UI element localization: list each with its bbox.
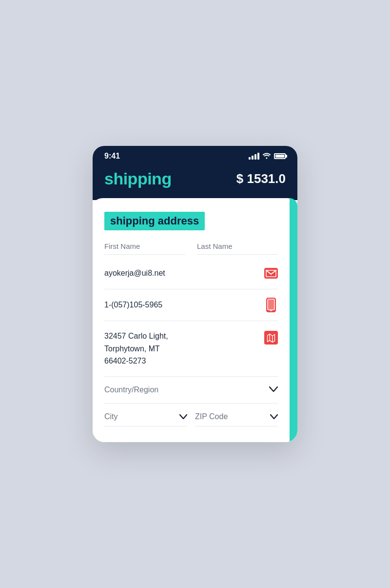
country-dropdown[interactable]: Country/Region — [104, 377, 278, 404]
country-label: Country/Region — [104, 385, 158, 394]
last-name-field[interactable]: Last Name — [197, 242, 278, 255]
svg-rect-4 — [270, 310, 272, 311]
email-icon — [264, 266, 278, 280]
price-display: $ 1531.0 — [236, 171, 286, 186]
main-card: shipping address First Name Last Name ay… — [93, 198, 297, 442]
phone-value: 1-(057)105-5965 — [104, 301, 264, 309]
status-icons — [249, 152, 286, 161]
zip-chevron-icon — [270, 412, 278, 421]
green-accent — [290, 198, 297, 442]
signal-icon — [249, 153, 259, 160]
map-icon — [264, 331, 278, 345]
zip-label: ZIP Code — [195, 412, 228, 421]
first-name-label: First Name — [104, 242, 185, 250]
zip-dropdown[interactable]: ZIP Code — [195, 412, 278, 426]
phone-icon — [264, 298, 278, 312]
address-value: 32457 Carlo Light,Torphytown, MT66402-52… — [104, 330, 168, 367]
phone-row[interactable]: 1-(057)105-5965 — [104, 289, 278, 321]
header: shipping $ 1531.0 — [93, 164, 297, 200]
name-row: First Name Last Name — [104, 242, 278, 255]
card-content: shipping address First Name Last Name ay… — [93, 198, 290, 442]
last-name-label: Last Name — [197, 242, 278, 250]
wifi-icon — [262, 152, 271, 161]
address-row[interactable]: 32457 Carlo Light,Torphytown, MT66402-52… — [104, 321, 278, 377]
status-time: 9:41 — [104, 152, 120, 161]
city-dropdown[interactable]: City — [104, 412, 187, 426]
section-title: shipping address — [104, 212, 205, 230]
page-title: shipping — [104, 169, 172, 188]
email-row[interactable]: ayokerja@ui8.net — [104, 258, 278, 289]
status-bar: 9:41 — [93, 146, 297, 164]
first-name-field[interactable]: First Name — [104, 242, 185, 255]
city-label: City — [104, 412, 118, 421]
last-name-line — [197, 254, 278, 255]
svg-rect-2 — [268, 299, 274, 310]
city-chevron-icon — [179, 412, 187, 421]
phone-container: 9:41 shipping $ 1531.0 — [93, 146, 297, 442]
city-zip-row: City ZIP Code — [104, 404, 278, 430]
svg-rect-5 — [264, 331, 278, 345]
email-value: ayokerja@ui8.net — [104, 269, 264, 278]
first-name-line — [104, 254, 185, 255]
country-chevron-icon — [269, 385, 278, 394]
battery-icon — [274, 153, 286, 159]
